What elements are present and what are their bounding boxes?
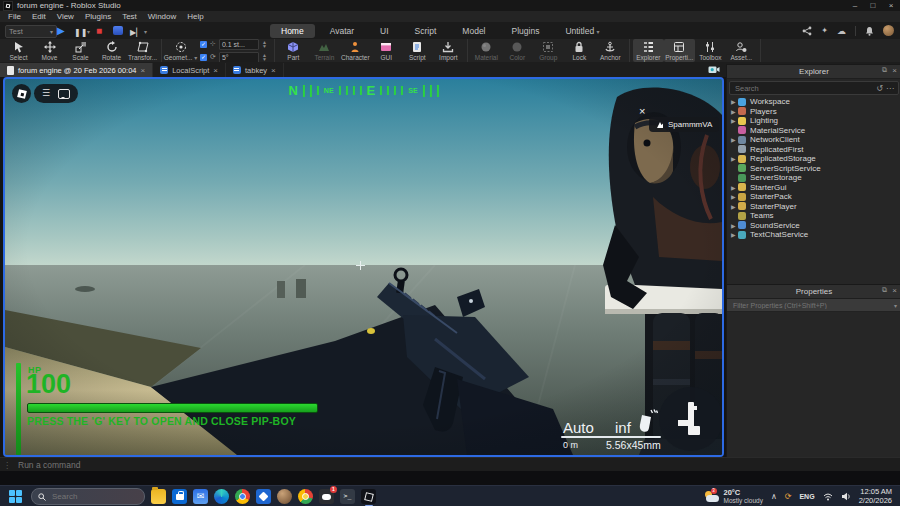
- tab-avatar[interactable]: Avatar: [319, 24, 365, 38]
- asset-manager-button[interactable]: Asset...: [726, 39, 757, 62]
- close-tab-icon[interactable]: ×: [271, 66, 276, 75]
- taskbar-clock[interactable]: 12:05 AM 2/20/2026: [859, 488, 892, 505]
- expand-arrow-icon[interactable]: ▶: [731, 98, 738, 105]
- photos-app-icon[interactable]: [256, 489, 271, 504]
- menu-edit[interactable]: Edit: [32, 12, 46, 21]
- tab-ui[interactable]: UI: [369, 24, 400, 38]
- menu-plugins[interactable]: Plugins: [85, 12, 111, 21]
- script-button[interactable]: Script: [402, 39, 433, 62]
- expand-arrow-icon[interactable]: ▶: [731, 155, 738, 162]
- tree-item-materialservice[interactable]: ▶MaterialService: [727, 126, 900, 136]
- tab-home[interactable]: Home: [270, 24, 315, 38]
- round-app-icon[interactable]: [277, 489, 292, 504]
- properties-toggle-button[interactable]: Properti...: [664, 39, 695, 62]
- user-avatar[interactable]: [883, 25, 894, 36]
- move-snap-value[interactable]: 0.1 st...: [222, 41, 245, 48]
- menu-help[interactable]: Help: [187, 12, 203, 21]
- gui-button[interactable]: GUI: [371, 39, 402, 62]
- close-panel-icon[interactable]: ×: [892, 66, 897, 75]
- notifications-bell-icon[interactable]: [865, 26, 874, 36]
- menu-file[interactable]: File: [8, 12, 21, 21]
- menu-test[interactable]: Test: [122, 12, 137, 21]
- doc-tab-tabkey[interactable]: tabkey ×: [226, 63, 284, 77]
- geometric-mode-button[interactable]: Geomet... ▾: [165, 39, 196, 62]
- menu-window[interactable]: Window: [148, 12, 176, 21]
- move-snap-stepper[interactable]: ▲▼: [262, 40, 267, 49]
- select-tool-button[interactable]: Select: [3, 39, 34, 62]
- explorer-search-input[interactable]: [733, 83, 873, 94]
- rotate-snap-row[interactable]: ✓ ⟳ 5° ▲▼: [200, 52, 267, 63]
- lock-button[interactable]: Lock: [564, 39, 595, 62]
- move-snap-row[interactable]: ✓ ⊹ 0.1 st... ▲▼: [200, 39, 267, 50]
- edge-browser-icon[interactable]: [214, 489, 229, 504]
- character-button[interactable]: Character: [340, 39, 371, 62]
- language-indicator[interactable]: ENG: [799, 493, 814, 500]
- close-tab-icon[interactable]: ×: [141, 66, 146, 75]
- tree-item-serverstorage[interactable]: ▶ServerStorage: [727, 173, 900, 183]
- command-input[interactable]: [16, 459, 420, 471]
- volume-icon[interactable]: [841, 492, 851, 501]
- terminal-icon[interactable]: >_: [340, 489, 355, 504]
- rotate-tool-button[interactable]: Rotate: [96, 39, 127, 62]
- maximize-button[interactable]: □: [864, 1, 882, 10]
- tree-item-soundservice[interactable]: ▶SoundService: [727, 221, 900, 231]
- group-button[interactable]: Group: [533, 39, 564, 62]
- pause-dropdown-icon[interactable]: ▾: [87, 28, 90, 35]
- tree-item-networkclient[interactable]: ▶NetworkClient: [727, 135, 900, 145]
- minimize-button[interactable]: –: [846, 1, 864, 10]
- ai-sparkle-icon[interactable]: ✦: [821, 26, 828, 35]
- terrain-button[interactable]: Terrain: [309, 39, 340, 62]
- chat-icon[interactable]: [58, 89, 70, 99]
- search-history-icon[interactable]: ↺: [876, 84, 883, 93]
- tree-item-players[interactable]: ▶Players: [727, 107, 900, 117]
- expand-arrow-icon[interactable]: ▶: [731, 136, 738, 143]
- scale-tool-button[interactable]: Scale: [65, 39, 96, 62]
- color-button[interactable]: Color: [502, 39, 533, 62]
- expand-arrow-icon[interactable]: ▶: [731, 203, 738, 210]
- tree-item-startergui[interactable]: ▶StarterGui: [727, 183, 900, 193]
- share-icon[interactable]: [802, 26, 812, 36]
- mail-icon[interactable]: ✉: [193, 489, 208, 504]
- menu-view[interactable]: View: [57, 12, 74, 21]
- roblox-menu-badge[interactable]: [12, 84, 31, 103]
- expand-arrow-icon[interactable]: ▶: [731, 108, 738, 115]
- chrome-browser-icon[interactable]: [235, 489, 250, 504]
- anchor-button[interactable]: Anchor: [595, 39, 626, 62]
- start-button[interactable]: [9, 490, 22, 503]
- expand-arrow-icon[interactable]: ▶: [731, 117, 738, 124]
- viewport-camera-icon[interactable]: [708, 64, 720, 75]
- weapon-slot-circle[interactable]: [659, 387, 723, 451]
- weather-widget[interactable]: 3 20°C Mostly cloudy: [704, 489, 763, 505]
- rotate-snap-checkbox[interactable]: ✓: [200, 54, 207, 61]
- expand-arrow-icon[interactable]: ▶: [731, 222, 738, 229]
- popout-panel-icon[interactable]: ⧉: [882, 66, 887, 74]
- chrome-profile-icon[interactable]: [298, 489, 313, 504]
- cloud-icon[interactable]: ☁: [837, 26, 846, 36]
- properties-filter-input[interactable]: [731, 301, 894, 310]
- tree-item-workspace[interactable]: ▶Workspace: [727, 97, 900, 107]
- transform-tool-button[interactable]: Transfor...: [127, 39, 158, 62]
- tree-item-textchatservice[interactable]: ▶TextChatService: [727, 230, 900, 240]
- material-button[interactable]: Material: [471, 39, 502, 62]
- tree-item-starterpack[interactable]: ▶StarterPack: [727, 192, 900, 202]
- import-button[interactable]: Import: [433, 39, 464, 62]
- close-tab-icon[interactable]: ×: [213, 66, 218, 75]
- step-dropdown-icon[interactable]: ▾: [144, 28, 147, 35]
- expand-arrow-icon[interactable]: ▶: [731, 184, 738, 191]
- game-viewport[interactable]: ☰ N NE E SE × SpammmVA HP 100 PRESS THE …: [3, 77, 724, 457]
- tree-item-lighting[interactable]: ▶Lighting: [727, 116, 900, 126]
- tree-item-serverscriptservice[interactable]: ▶ServerScriptService: [727, 164, 900, 174]
- tab-untitled[interactable]: Untitled ▾: [554, 24, 610, 38]
- play-button[interactable]: ▶: [57, 24, 65, 37]
- hamburger-menu-icon[interactable]: ☰: [42, 89, 50, 98]
- filter-dropdown-icon[interactable]: ▾: [894, 302, 897, 309]
- topbar-pill[interactable]: ☰: [34, 84, 78, 103]
- tree-item-teams[interactable]: ▶Teams: [727, 211, 900, 221]
- rotate-snap-stepper[interactable]: ▲▼: [262, 53, 267, 62]
- tree-item-starterplayer[interactable]: ▶StarterPlayer: [727, 202, 900, 212]
- tray-chevron-icon[interactable]: ∧: [771, 492, 777, 501]
- doc-tab-localscript[interactable]: LocalScript ×: [153, 63, 226, 77]
- discord-icon[interactable]: 1: [319, 489, 334, 504]
- close-button[interactable]: ×: [882, 1, 900, 10]
- stop-button[interactable]: ■: [96, 24, 102, 37]
